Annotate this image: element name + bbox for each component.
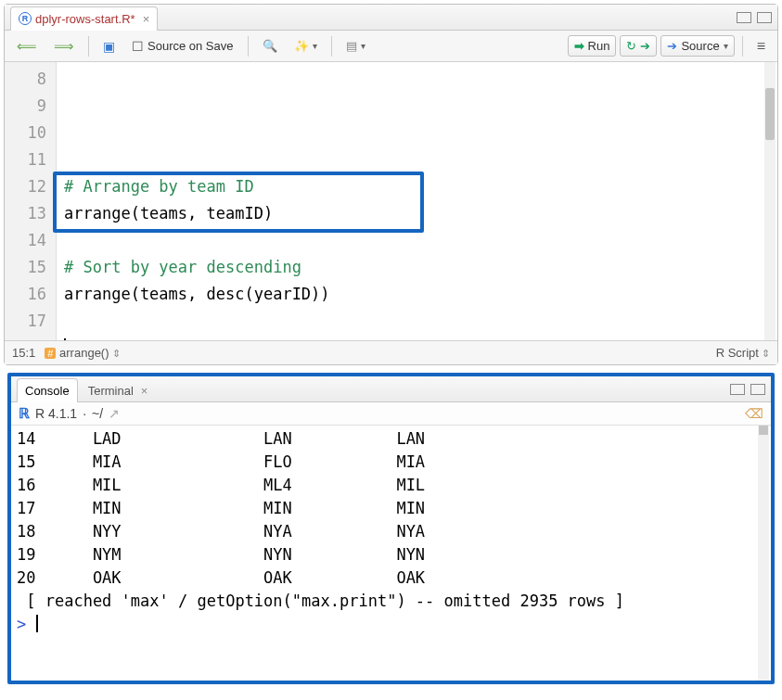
- code-line[interactable]: [64, 308, 770, 335]
- scope-label: arrange(): [59, 346, 121, 360]
- editor-toolbar: Source on Save Run Source: [5, 31, 777, 62]
- console-row: 16 MIL ML4 MIL: [17, 474, 765, 497]
- console-row: 17 MIN MIN MIN: [17, 497, 765, 520]
- line-number: 16: [5, 281, 46, 308]
- console-scrollbar[interactable]: [758, 426, 769, 681]
- search-icon: [263, 39, 277, 53]
- working-dir[interactable]: ~/: [92, 406, 103, 421]
- source-on-save-toggle[interactable]: Source on Save: [125, 35, 240, 57]
- line-number: 10: [5, 120, 46, 146]
- minimize-pane-icon[interactable]: [737, 12, 751, 23]
- line-number: 9: [5, 93, 46, 120]
- line-number: 14: [5, 227, 46, 254]
- r-file-icon: R: [19, 12, 32, 25]
- tab-console[interactable]: Console: [17, 378, 78, 402]
- down-arrow-icon: [640, 39, 650, 53]
- source-button[interactable]: Source: [660, 35, 734, 57]
- console-prompt[interactable]: >: [17, 613, 765, 636]
- cursor-position: 15:1: [12, 346, 35, 360]
- console-row: 14 LAD LAN LAN: [17, 427, 765, 451]
- console-row: 20 OAK OAK OAK: [17, 566, 765, 590]
- line-number: 15: [5, 254, 46, 281]
- checkbox-icon: [132, 39, 144, 54]
- code-line[interactable]: # You can sort by multiple criteria: [64, 335, 770, 340]
- editor-scrollbar[interactable]: [764, 62, 776, 340]
- function-badge-icon: #: [45, 348, 56, 359]
- editor-pane: R dplyr-rows-start.R* × Source on Save R…: [4, 4, 778, 365]
- line-number: 17: [5, 308, 46, 335]
- arrow-left-icon: [17, 38, 37, 55]
- tab-terminal-label: Terminal: [88, 384, 134, 398]
- editor-statusbar: 15:1 # arrange() R Script: [5, 340, 777, 364]
- file-tab-title: dplyr-rows-start.R*: [35, 12, 135, 26]
- compile-report-button[interactable]: [340, 35, 372, 57]
- line-number: 13: [5, 200, 46, 227]
- outline-button[interactable]: [750, 34, 772, 58]
- scope-indicator[interactable]: # arrange(): [45, 346, 120, 360]
- maximize-pane-icon[interactable]: [757, 12, 772, 23]
- code-line[interactable]: # Sort by year descending: [64, 254, 770, 281]
- dot-sep: ·: [83, 406, 86, 421]
- code-line[interactable]: [64, 146, 770, 173]
- tab-console-label: Console: [25, 384, 70, 398]
- code-line[interactable]: arrange(teams, desc(yearID)): [64, 281, 770, 308]
- console-output[interactable]: 14 LAD LAN LAN15 MIA FLO MIA16 MIL ML4 M…: [11, 426, 771, 681]
- line-number: 18: [5, 335, 46, 340]
- outline-icon: [757, 38, 765, 55]
- source-icon: [667, 39, 677, 53]
- console-pane: Console Terminal × ℝ R 4.1.1 · ~/ 14 LAD…: [7, 373, 775, 684]
- console-infobar: ℝ R 4.1.1 · ~/: [11, 402, 771, 426]
- minimize-pane-icon[interactable]: [730, 384, 745, 395]
- console-row: 19 NYM NYN NYN: [17, 543, 765, 566]
- run-label: Run: [588, 39, 610, 53]
- run-button[interactable]: Run: [568, 35, 617, 57]
- code-tools-button[interactable]: [288, 35, 324, 57]
- r-version: R 4.1.1: [35, 406, 77, 421]
- separator: [248, 36, 249, 57]
- arrow-right-icon: [54, 38, 74, 55]
- editor-scrollbar-thumb[interactable]: [765, 88, 775, 140]
- back-button[interactable]: [10, 34, 44, 58]
- line-number: 11: [5, 146, 46, 173]
- pane-window-controls: [730, 384, 765, 395]
- console-tabbar: Console Terminal ×: [11, 376, 771, 402]
- code-line[interactable]: arrange(teams, teamID): [64, 200, 770, 227]
- line-number: 8: [5, 66, 46, 93]
- code-line[interactable]: [64, 227, 770, 254]
- pane-window-controls: [737, 12, 772, 23]
- find-button[interactable]: [256, 35, 284, 57]
- code-line[interactable]: # Arrange by team ID: [64, 173, 770, 200]
- line-number: 12: [5, 173, 46, 200]
- run-icon: [574, 39, 584, 53]
- separator: [331, 36, 332, 57]
- popout-icon[interactable]: [109, 406, 120, 421]
- console-row: 15 MIA FLO MIA: [17, 451, 765, 474]
- close-icon[interactable]: ×: [141, 384, 148, 398]
- save-button[interactable]: [96, 35, 122, 57]
- file-tab[interactable]: R dplyr-rows-start.R* ×: [10, 6, 158, 31]
- save-icon: [103, 39, 115, 54]
- editor-tabbar: R dplyr-rows-start.R* ×: [5, 5, 777, 31]
- notebook-icon: [346, 39, 357, 53]
- forward-button[interactable]: [47, 34, 81, 58]
- line-gutter: 89101112131415161718: [5, 62, 57, 340]
- console-row: 18 NYY NYA NYA: [17, 520, 765, 543]
- code-area[interactable]: # Arrange by team IDarrange(teams, teamI…: [57, 62, 777, 340]
- console-truncate-msg: [ reached 'max' / getOption("max.print")…: [17, 590, 765, 613]
- language-selector[interactable]: R Script: [716, 346, 770, 360]
- rerun-icon: [626, 39, 636, 53]
- separator: [88, 36, 89, 57]
- maximize-pane-icon[interactable]: [750, 384, 765, 395]
- rerun-button[interactable]: [620, 35, 657, 57]
- tab-terminal[interactable]: Terminal ×: [80, 378, 157, 402]
- source-on-save-label: Source on Save: [147, 39, 234, 53]
- editor-body[interactable]: 89101112131415161718 # Arrange by team I…: [5, 62, 777, 340]
- console-scrollbar-thumb[interactable]: [759, 426, 768, 435]
- clear-console-icon[interactable]: [745, 406, 763, 421]
- close-icon[interactable]: ×: [143, 12, 150, 26]
- source-label: Source: [681, 39, 719, 53]
- r-logo-icon: ℝ: [19, 405, 30, 422]
- separator: [742, 36, 743, 57]
- text-cursor: [36, 615, 38, 632]
- ibeam-cursor-icon: [407, 338, 413, 340]
